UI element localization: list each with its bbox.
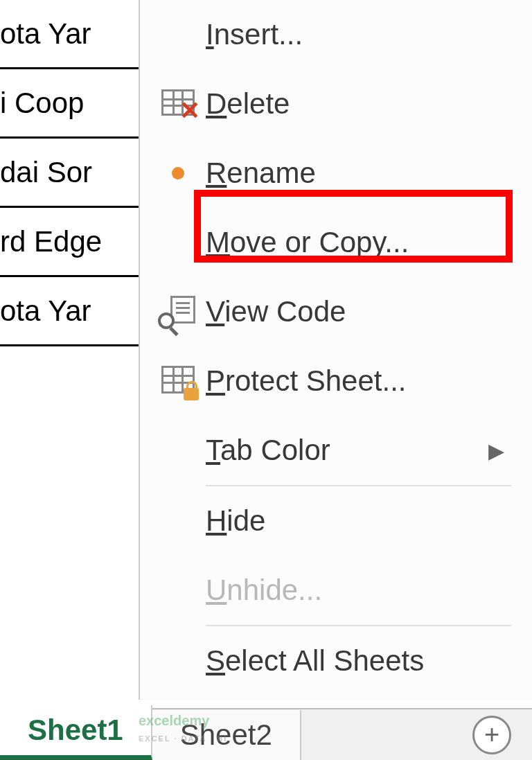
submenu-arrow-icon: ▶ [488, 439, 504, 463]
delete-sheet-icon: ✕ [150, 69, 206, 139]
unhide-icon [150, 556, 206, 625]
menu-item-tab-color[interactable]: Tab Color ▶ [140, 416, 532, 485]
move-copy-icon [150, 208, 206, 277]
menu-item-view-code[interactable]: View Code [140, 277, 532, 346]
cell-text: dai Sor [0, 156, 92, 189]
cell-row[interactable]: ota Yar [0, 277, 139, 346]
cell-text: ota Yar [0, 17, 91, 51]
cell-row[interactable]: dai Sor [0, 139, 139, 208]
cell-text: i Coop [0, 87, 84, 120]
plus-icon: + [484, 720, 499, 750]
hide-icon [150, 486, 206, 556]
cell-row[interactable]: rd Edge [0, 208, 139, 277]
tab-color-icon [150, 416, 206, 485]
menu-item-protect-sheet[interactable]: Protect Sheet... [140, 346, 532, 416]
sheet-context-menu: Insert... ✕ Delete Rename Move or Copy..… [139, 0, 532, 700]
watermark: exceldemy EXCEL · DATA · BI [139, 713, 227, 745]
menu-item-insert[interactable]: Insert... [140, 0, 532, 69]
menu-item-delete[interactable]: ✕ Delete [140, 69, 532, 139]
sheet-tab-bar: Sheet1 Sheet2 + [0, 708, 532, 760]
insert-icon [150, 0, 206, 69]
cell-text: ota Yar [0, 294, 91, 328]
protect-sheet-icon [150, 346, 206, 416]
cell-row[interactable]: ota Yar [0, 0, 139, 69]
add-sheet-button[interactable]: + [472, 716, 511, 754]
sheet-tab-label: Sheet1 [28, 714, 123, 746]
menu-item-move-or-copy[interactable]: Move or Copy... [140, 208, 532, 277]
view-code-icon [150, 277, 206, 346]
menu-item-hide[interactable]: Hide [140, 486, 532, 556]
cell-row[interactable]: i Coop [0, 69, 139, 139]
menu-item-unhide: Unhide... [140, 556, 532, 625]
sheet-tab-sheet1[interactable]: Sheet1 [0, 705, 152, 760]
select-all-icon [150, 626, 206, 696]
menu-item-rename[interactable]: Rename [140, 139, 532, 208]
menu-item-select-all-sheets[interactable]: Select All Sheets [140, 626, 532, 696]
cell-text: rd Edge [0, 225, 102, 258]
spreadsheet-cells: ota Yar i Coop dai Sor rd Edge ota Yar [0, 0, 139, 346]
rename-dot-icon [150, 139, 206, 208]
